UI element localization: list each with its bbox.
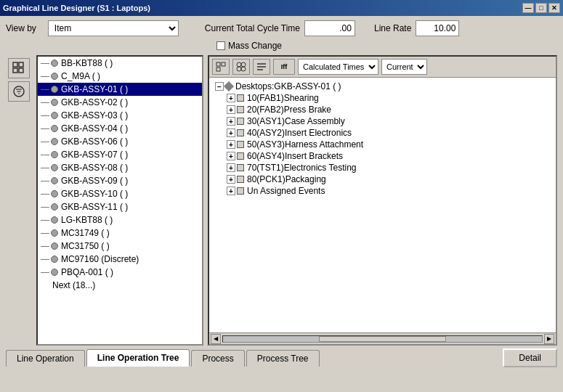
expand-plus-icon[interactable]: +	[227, 163, 235, 172]
toolbar-row: View by Item Current Total Cycle Time .0…	[6, 20, 557, 36]
right-tree-item-label: 30(ASY1)Case Assembly	[247, 116, 345, 126]
left-tree-item[interactable]: —GKB-ASSY-02 ( )	[38, 96, 202, 109]
tree-dash-icon: —	[41, 241, 49, 251]
rtool-btn-2[interactable]	[232, 59, 250, 75]
bottom-tab[interactable]: Process	[191, 350, 244, 367]
h-scroll-right[interactable]: ▶	[544, 334, 554, 344]
left-tree-item[interactable]: —GKB-ASSY-06 ( )	[38, 135, 202, 148]
tree-item-label: GKB-ASSY-11 ( )	[61, 202, 128, 212]
tree-item-label: GKB-ASSY-10 ( )	[61, 189, 128, 199]
right-tree-item[interactable]: +Un Assigned Events	[212, 185, 553, 197]
node-circle-icon	[51, 138, 58, 145]
view-by-label: View by	[6, 23, 36, 33]
expand-plus-icon[interactable]: +	[227, 152, 235, 160]
icon-btn-filter[interactable]	[8, 81, 30, 102]
root-diamond-icon	[224, 81, 234, 91]
left-tree-item[interactable]: —GKB-ASSY-03 ( )	[38, 109, 202, 122]
rtool-dropdown1[interactable]: Calculated Times	[298, 59, 378, 75]
left-tree-item[interactable]: —C_M9A ( )	[38, 70, 202, 83]
left-tree-item[interactable]: —MC31750 ( )	[38, 240, 202, 253]
main-content: View by Item Current Total Cycle Time .0…	[0, 16, 563, 372]
restore-button[interactable]: □	[535, 3, 547, 13]
node-circle-icon	[51, 164, 58, 171]
mass-change-label: Mass Change	[228, 41, 282, 51]
rtool-btn-3[interactable]	[253, 59, 270, 75]
left-tree-item[interactable]: —GKB-ASSY-08 ( )	[38, 161, 202, 174]
tree-dash-icon: —	[41, 110, 49, 121]
expand-plus-icon[interactable]: +	[227, 187, 235, 195]
left-icons	[6, 55, 32, 346]
tree-dash-icon: —	[41, 84, 49, 94]
minimize-button[interactable]: —	[522, 3, 534, 13]
title-bar: Graphical Line Designer (S1 : Laptops) —…	[0, 0, 563, 16]
h-scroll-track[interactable]	[222, 335, 543, 343]
rtool-btn-1[interactable]	[212, 59, 230, 75]
left-tree-item[interactable]: —GKB-ASSY-10 ( )	[38, 187, 202, 200]
right-tree-item[interactable]: +30(ASY1)Case Assembly	[212, 115, 553, 127]
expand-plus-icon[interactable]: +	[227, 128, 235, 137]
detail-button[interactable]: Detail	[503, 348, 557, 367]
expand-plus-icon[interactable]: +	[227, 105, 235, 114]
tree-item-label: GKB-ASSY-09 ( )	[61, 176, 128, 186]
right-tree-item[interactable]: +70(TST1)Electronics Testing	[212, 162, 553, 173]
right-tree-area[interactable]: −Desktops:GKB-ASSY-01 ( )+10(FAB1)Sheari…	[209, 78, 556, 332]
view-by-select[interactable]: Item	[48, 20, 179, 36]
bottom-tab[interactable]: Line Operation	[6, 350, 85, 367]
tree-item-label: LG-KBT88 ( )	[61, 215, 113, 225]
h-scroll-thumb[interactable]	[319, 336, 447, 342]
expand-plus-icon[interactable]: +	[227, 175, 235, 184]
expand-plus-icon[interactable]: +	[227, 140, 235, 149]
rtool-btn-4[interactable]: Iff	[273, 59, 295, 75]
left-tree-item[interactable]: —GKB-ASSY-09 ( )	[38, 174, 202, 187]
svg-rect-10	[216, 68, 220, 71]
svg-point-11	[237, 62, 241, 67]
right-tree-item[interactable]: +20(FAB2)Press Brake	[212, 104, 553, 115]
right-tree-item[interactable]: +80(PCK1)Packaging	[212, 173, 553, 185]
svg-point-12	[241, 62, 246, 67]
expand-plus-icon[interactable]: +	[227, 117, 235, 126]
bottom-tab[interactable]: Line Operation Tree	[86, 349, 190, 367]
bottom-tab[interactable]: Process Tree	[246, 350, 320, 367]
tree-next-item[interactable]: Next (18...)	[38, 279, 202, 292]
mass-change-checkbox[interactable]	[216, 41, 225, 50]
right-tree-item-label: 70(TST1)Electronics Testing	[247, 163, 357, 173]
h-scroll-area[interactable]: ◀ ▶	[209, 332, 556, 344]
right-tree-item[interactable]: +50(ASY3)Harness Attachment	[212, 139, 553, 150]
right-tree-item[interactable]: +60(ASY4)Insert Brackets	[212, 150, 553, 162]
node-circle-icon	[51, 256, 58, 263]
left-tree-item[interactable]: —MC97160 (Discrete)	[38, 253, 202, 266]
left-tree-item[interactable]: —LG-KBT88 ( )	[38, 213, 202, 226]
tree-dash-icon: —	[41, 71, 49, 81]
svg-rect-0	[13, 62, 17, 67]
node-icon	[237, 176, 244, 183]
left-tree-item[interactable]: —MC31749 ( )	[38, 226, 202, 240]
tree-dash-icon: —	[41, 215, 49, 225]
app-title: Graphical Line Designer (S1 : Laptops)	[3, 4, 150, 12]
icon-btn-grid[interactable]	[8, 58, 30, 78]
left-tree-panel[interactable]: —BB-KBT88 ( )—C_M9A ( )—GKB-ASSY-01 ( )—…	[36, 55, 203, 346]
right-tree-root[interactable]: −Desktops:GKB-ASSY-01 ( )	[212, 81, 553, 92]
expand-plus-icon[interactable]: +	[227, 94, 235, 102]
tree-item-label: GKB-ASSY-01 ( )	[61, 84, 128, 94]
left-tree-item[interactable]: —GKB-ASSY-11 ( )	[38, 200, 202, 213]
left-tree-item[interactable]: —PBQA-001 ( )	[38, 266, 202, 279]
right-tree-item[interactable]: +40(ASY2)Insert Electronics	[212, 127, 553, 139]
h-scroll-left[interactable]: ◀	[211, 334, 221, 344]
node-circle-icon	[51, 203, 58, 211]
tree-dash-icon: —	[41, 163, 49, 173]
right-tree-item-label: 40(ASY2)Insert Electronics	[247, 128, 352, 138]
left-tree-item[interactable]: —GKB-ASSY-07 ( )	[38, 148, 202, 161]
tree-dash-icon: —	[41, 189, 49, 199]
close-button[interactable]: ✕	[548, 3, 560, 13]
cycle-time-label: Current Total Cycle Time	[205, 23, 300, 33]
rtool-dropdown2[interactable]: Current	[381, 59, 427, 75]
right-tree-item[interactable]: +10(FAB1)Shearing	[212, 92, 553, 104]
left-tree-item[interactable]: —GKB-ASSY-04 ( )	[38, 122, 202, 135]
line-rate-label: Line Rate	[374, 23, 411, 33]
node-circle-icon	[51, 190, 58, 197]
node-circle-icon	[51, 60, 58, 67]
left-tree-item[interactable]: —GKB-ASSY-01 ( )	[38, 83, 202, 96]
expand-minus-icon[interactable]: −	[215, 82, 224, 91]
node-icon	[237, 187, 244, 195]
left-tree-item[interactable]: —BB-KBT88 ( )	[38, 57, 202, 70]
